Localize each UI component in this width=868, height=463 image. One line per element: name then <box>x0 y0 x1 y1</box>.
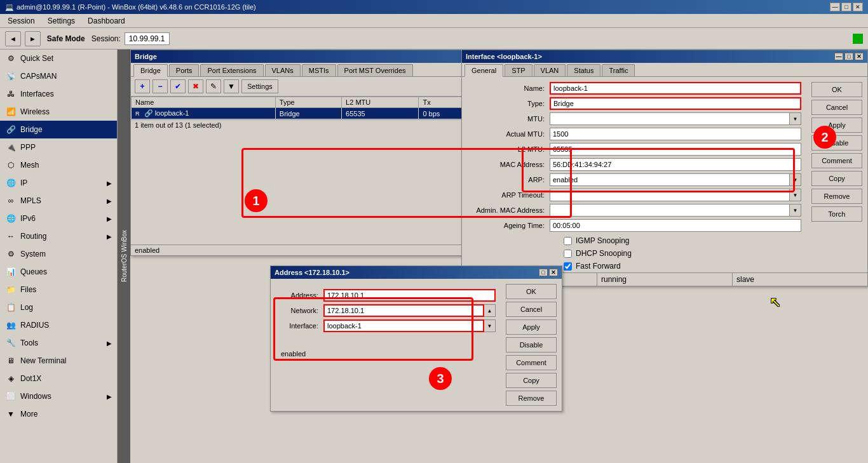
mac-label: MAC Address: <box>467 161 550 168</box>
sidebar-item-files[interactable]: 📁 Files <box>0 281 117 299</box>
tab-ports[interactable]: Ports <box>169 64 200 76</box>
interface-minimize[interactable]: — <box>834 53 843 60</box>
name-input[interactable] <box>550 82 801 95</box>
menu-dashboard[interactable]: Dashboard <box>83 15 130 27</box>
menu-session[interactable]: Session <box>3 15 40 27</box>
tab-general[interactable]: General <box>465 64 503 77</box>
address-close[interactable]: ✕ <box>549 269 558 276</box>
sidebar-item-ppp[interactable]: 🔌 PPP <box>0 138 117 156</box>
sidebar-item-tools[interactable]: 🔧 Tools ▶ <box>0 334 117 352</box>
interface-remove-button[interactable]: Remove <box>811 189 862 204</box>
arp-input[interactable] <box>550 173 790 186</box>
network-input[interactable] <box>323 304 484 317</box>
mpls-icon: ∞ <box>5 195 17 206</box>
interface-ok-button[interactable]: OK <box>811 82 862 97</box>
sidebar-item-queues[interactable]: 📊 Queues <box>0 263 117 281</box>
maximize-button[interactable]: □ <box>841 3 851 11</box>
sidebar-item-interfaces[interactable]: 🖧 Interfaces <box>0 85 117 103</box>
sidebar-item-mpls[interactable]: ∞ MPLS ▶ <box>0 192 117 210</box>
bridge-cross-button[interactable]: ✖ <box>188 79 203 93</box>
bridge-check-button[interactable]: ✔ <box>170 79 186 93</box>
sidebar-item-log[interactable]: 📋 Log <box>0 299 117 316</box>
sidebar-item-mesh[interactable]: ⬡ Mesh <box>0 156 117 174</box>
address-window-title[interactable]: Address <172.18.10.1> □ ✕ <box>271 266 562 279</box>
tab-mstis[interactable]: MSTIs <box>302 64 336 76</box>
sidebar-item-wireless[interactable]: 📶 Wireless <box>0 103 117 121</box>
forward-button[interactable]: ► <box>25 31 41 46</box>
sidebar-item-routing[interactable]: ↔ Routing ▶ <box>0 227 117 245</box>
sidebar-label-files: Files <box>20 285 36 294</box>
interface-window-title[interactable]: Interface <loopback-1> — □ ✕ <box>462 50 867 63</box>
tab-bridge[interactable]: Bridge <box>133 64 168 77</box>
interface-input[interactable] <box>323 319 484 332</box>
sidebar-item-dot1x[interactable]: ◈ Dot1X <box>0 370 117 387</box>
arp-timeout-input[interactable] <box>550 189 790 201</box>
title-bar: 💻 admin@10.99.99.1 (R-Point) - WinBox (6… <box>0 0 868 14</box>
address-copy-button[interactable]: Copy <box>506 373 557 388</box>
bridge-edit-button[interactable]: ✎ <box>206 79 221 93</box>
bridge-remove-button[interactable]: − <box>153 79 168 93</box>
interface-dropdown-btn[interactable]: ▼ <box>484 319 496 332</box>
tab-port-extensions[interactable]: Port Extensions <box>200 64 263 76</box>
sidebar-item-windows[interactable]: ⬜ Windows ▶ <box>0 387 117 405</box>
interface-copy-button[interactable]: Copy <box>811 171 862 186</box>
address-cancel-button[interactable]: Cancel <box>506 302 557 317</box>
interface-maximize[interactable]: □ <box>844 53 853 60</box>
address-remove-button[interactable]: Remove <box>506 391 557 406</box>
address-ok-button[interactable]: OK <box>506 284 557 299</box>
sidebar-item-ip[interactable]: 🌐 IP ▶ <box>0 174 117 192</box>
close-button[interactable]: ✕ <box>853 3 863 11</box>
address-disable-button[interactable]: Disable <box>506 337 557 352</box>
interface-torch-button[interactable]: Torch <box>811 206 862 222</box>
sidebar-item-bridge[interactable]: 🔗 Bridge <box>0 121 117 138</box>
interface-apply-button[interactable]: Apply <box>811 117 862 133</box>
sidebar-item-ipv6[interactable]: 🌐 IPv6 ▶ <box>0 210 117 227</box>
tab-status[interactable]: Status <box>567 64 600 76</box>
address-comment-button[interactable]: Comment <box>506 355 557 370</box>
sidebar-item-system[interactable]: ⚙ System <box>0 245 117 263</box>
tab-stp[interactable]: STP <box>505 64 532 76</box>
address-apply-button[interactable]: Apply <box>506 319 557 335</box>
tab-vlans[interactable]: VLANs <box>265 64 301 76</box>
arp-dropdown-btn[interactable]: ▼ <box>790 173 801 186</box>
type-input[interactable] <box>550 97 801 110</box>
l2mtu-input[interactable] <box>550 143 801 156</box>
bridge-filter-button[interactable]: ▼ <box>224 79 239 93</box>
tab-vlan[interactable]: VLAN <box>534 64 566 76</box>
admin-mac-input[interactable] <box>550 204 790 217</box>
arp-timeout-dropdown-btn[interactable]: ▼ <box>790 189 801 201</box>
address-input[interactable] <box>323 289 496 302</box>
sidebar-item-capsman[interactable]: 📡 CAPsMAN <box>0 67 117 85</box>
mtu-input[interactable] <box>550 112 790 125</box>
interface-comment-button[interactable]: Comment <box>811 153 862 168</box>
bridge-add-button[interactable]: + <box>135 79 150 93</box>
mtu-dropdown-btn[interactable]: ▼ <box>790 112 801 125</box>
interface-close[interactable]: ✕ <box>855 53 864 60</box>
fast-forward-checkbox[interactable] <box>564 262 572 271</box>
sidebar-item-quick-set[interactable]: ⚙ Quick Set <box>0 50 117 67</box>
arp-timeout-group: ▼ <box>550 189 801 201</box>
network-dropdown-btn[interactable]: ▲ <box>484 304 496 317</box>
tab-port-mst-overrides[interactable]: Port MST Overrides <box>337 64 413 76</box>
menu-settings[interactable]: Settings <box>43 15 80 27</box>
ageing-input[interactable] <box>550 219 801 232</box>
sidebar-item-new-terminal[interactable]: 🖥 New Terminal <box>0 352 117 370</box>
address-maximize[interactable]: □ <box>539 269 548 276</box>
mac-row: MAC Address: <box>462 158 806 171</box>
interface-content: Name: Type: MTU: ▼ <box>462 77 867 272</box>
dhcp-checkbox[interactable] <box>564 250 572 258</box>
igmp-checkbox[interactable] <box>564 237 572 245</box>
back-button[interactable]: ◄ <box>5 31 21 46</box>
actual-mtu-input[interactable] <box>550 128 801 140</box>
sidebar-item-more[interactable]: ▼ More <box>0 405 117 423</box>
mtu-row: MTU: ▼ <box>462 112 806 125</box>
sidebar-item-radius[interactable]: 👥 RADIUS <box>0 316 117 334</box>
routing-arrow: ▶ <box>107 233 112 240</box>
interface-disable-button[interactable]: Disable <box>811 135 862 151</box>
admin-mac-dropdown-btn[interactable]: ▼ <box>790 204 801 217</box>
bridge-settings-button[interactable]: Settings <box>241 79 278 93</box>
tab-traffic[interactable]: Traffic <box>602 64 635 76</box>
interface-cancel-button[interactable]: Cancel <box>811 100 862 115</box>
mac-input[interactable] <box>550 158 801 171</box>
minimize-button[interactable]: — <box>830 3 840 11</box>
